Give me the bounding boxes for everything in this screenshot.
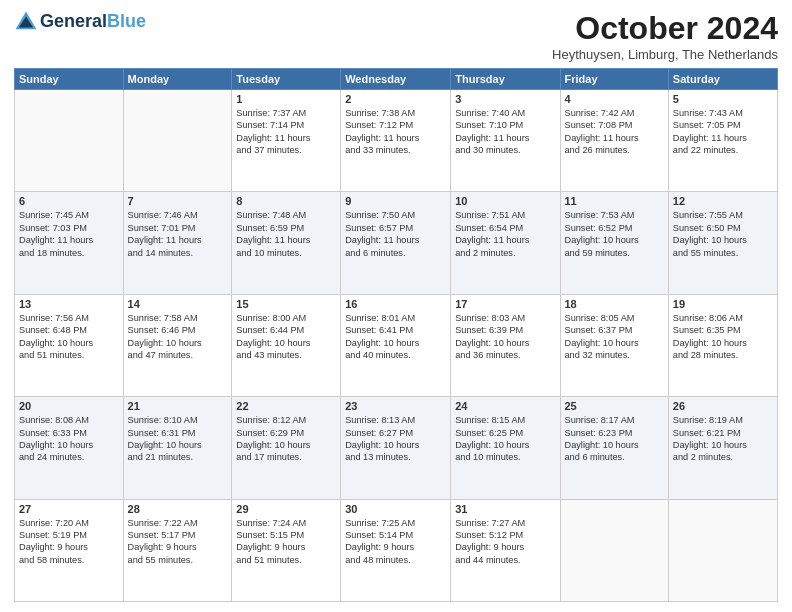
day-number: 15 <box>236 298 336 310</box>
day-number: 4 <box>565 93 664 105</box>
calendar-week-row: 27Sunrise: 7:20 AM Sunset: 5:19 PM Dayli… <box>15 499 778 601</box>
calendar-header-row: SundayMondayTuesdayWednesdayThursdayFrid… <box>15 69 778 90</box>
header: GeneralBlue October 2024 Heythuysen, Lim… <box>14 10 778 62</box>
calendar-week-row: 20Sunrise: 8:08 AM Sunset: 6:33 PM Dayli… <box>15 397 778 499</box>
weekday-header-wednesday: Wednesday <box>341 69 451 90</box>
weekday-header-saturday: Saturday <box>668 69 777 90</box>
day-number: 23 <box>345 400 446 412</box>
calendar-cell: 6Sunrise: 7:45 AM Sunset: 7:03 PM Daylig… <box>15 192 124 294</box>
calendar-cell: 27Sunrise: 7:20 AM Sunset: 5:19 PM Dayli… <box>15 499 124 601</box>
calendar-cell: 8Sunrise: 7:48 AM Sunset: 6:59 PM Daylig… <box>232 192 341 294</box>
location: Heythuysen, Limburg, The Netherlands <box>552 47 778 62</box>
day-info: Sunrise: 7:58 AM Sunset: 6:46 PM Dayligh… <box>128 312 228 362</box>
day-info: Sunrise: 7:22 AM Sunset: 5:17 PM Dayligh… <box>128 517 228 567</box>
calendar-cell: 21Sunrise: 8:10 AM Sunset: 6:31 PM Dayli… <box>123 397 232 499</box>
day-info: Sunrise: 7:53 AM Sunset: 6:52 PM Dayligh… <box>565 209 664 259</box>
day-info: Sunrise: 8:19 AM Sunset: 6:21 PM Dayligh… <box>673 414 773 464</box>
weekday-header-friday: Friday <box>560 69 668 90</box>
calendar-cell <box>123 90 232 192</box>
day-info: Sunrise: 7:51 AM Sunset: 6:54 PM Dayligh… <box>455 209 555 259</box>
logo-icon <box>14 10 38 34</box>
day-number: 29 <box>236 503 336 515</box>
weekday-header-monday: Monday <box>123 69 232 90</box>
calendar-cell: 5Sunrise: 7:43 AM Sunset: 7:05 PM Daylig… <box>668 90 777 192</box>
calendar-cell: 24Sunrise: 8:15 AM Sunset: 6:25 PM Dayli… <box>451 397 560 499</box>
day-number: 2 <box>345 93 446 105</box>
day-number: 9 <box>345 195 446 207</box>
day-info: Sunrise: 8:06 AM Sunset: 6:35 PM Dayligh… <box>673 312 773 362</box>
calendar-cell: 28Sunrise: 7:22 AM Sunset: 5:17 PM Dayli… <box>123 499 232 601</box>
day-info: Sunrise: 7:43 AM Sunset: 7:05 PM Dayligh… <box>673 107 773 157</box>
day-info: Sunrise: 7:50 AM Sunset: 6:57 PM Dayligh… <box>345 209 446 259</box>
calendar-cell <box>560 499 668 601</box>
day-number: 14 <box>128 298 228 310</box>
calendar-cell: 11Sunrise: 7:53 AM Sunset: 6:52 PM Dayli… <box>560 192 668 294</box>
calendar-week-row: 1Sunrise: 7:37 AM Sunset: 7:14 PM Daylig… <box>15 90 778 192</box>
day-number: 8 <box>236 195 336 207</box>
weekday-header-tuesday: Tuesday <box>232 69 341 90</box>
day-info: Sunrise: 7:46 AM Sunset: 7:01 PM Dayligh… <box>128 209 228 259</box>
calendar-cell: 12Sunrise: 7:55 AM Sunset: 6:50 PM Dayli… <box>668 192 777 294</box>
day-number: 5 <box>673 93 773 105</box>
day-info: Sunrise: 7:48 AM Sunset: 6:59 PM Dayligh… <box>236 209 336 259</box>
day-number: 3 <box>455 93 555 105</box>
day-info: Sunrise: 7:45 AM Sunset: 7:03 PM Dayligh… <box>19 209 119 259</box>
day-info: Sunrise: 8:17 AM Sunset: 6:23 PM Dayligh… <box>565 414 664 464</box>
day-number: 12 <box>673 195 773 207</box>
calendar-cell: 13Sunrise: 7:56 AM Sunset: 6:48 PM Dayli… <box>15 294 124 396</box>
day-info: Sunrise: 8:00 AM Sunset: 6:44 PM Dayligh… <box>236 312 336 362</box>
day-number: 24 <box>455 400 555 412</box>
calendar-table: SundayMondayTuesdayWednesdayThursdayFrid… <box>14 68 778 602</box>
day-info: Sunrise: 7:27 AM Sunset: 5:12 PM Dayligh… <box>455 517 555 567</box>
calendar-week-row: 6Sunrise: 7:45 AM Sunset: 7:03 PM Daylig… <box>15 192 778 294</box>
calendar-cell: 16Sunrise: 8:01 AM Sunset: 6:41 PM Dayli… <box>341 294 451 396</box>
weekday-header-sunday: Sunday <box>15 69 124 90</box>
day-number: 20 <box>19 400 119 412</box>
calendar-cell: 2Sunrise: 7:38 AM Sunset: 7:12 PM Daylig… <box>341 90 451 192</box>
calendar-cell: 18Sunrise: 8:05 AM Sunset: 6:37 PM Dayli… <box>560 294 668 396</box>
calendar-cell: 31Sunrise: 7:27 AM Sunset: 5:12 PM Dayli… <box>451 499 560 601</box>
calendar-cell: 4Sunrise: 7:42 AM Sunset: 7:08 PM Daylig… <box>560 90 668 192</box>
calendar-cell: 14Sunrise: 7:58 AM Sunset: 6:46 PM Dayli… <box>123 294 232 396</box>
calendar-cell: 19Sunrise: 8:06 AM Sunset: 6:35 PM Dayli… <box>668 294 777 396</box>
calendar-cell: 17Sunrise: 8:03 AM Sunset: 6:39 PM Dayli… <box>451 294 560 396</box>
logo: GeneralBlue <box>14 10 146 34</box>
calendar-cell: 22Sunrise: 8:12 AM Sunset: 6:29 PM Dayli… <box>232 397 341 499</box>
calendar-cell: 20Sunrise: 8:08 AM Sunset: 6:33 PM Dayli… <box>15 397 124 499</box>
day-number: 26 <box>673 400 773 412</box>
day-info: Sunrise: 8:01 AM Sunset: 6:41 PM Dayligh… <box>345 312 446 362</box>
day-number: 11 <box>565 195 664 207</box>
day-number: 6 <box>19 195 119 207</box>
day-number: 21 <box>128 400 228 412</box>
calendar-cell: 9Sunrise: 7:50 AM Sunset: 6:57 PM Daylig… <box>341 192 451 294</box>
day-number: 7 <box>128 195 228 207</box>
day-number: 17 <box>455 298 555 310</box>
calendar-cell: 29Sunrise: 7:24 AM Sunset: 5:15 PM Dayli… <box>232 499 341 601</box>
day-number: 19 <box>673 298 773 310</box>
day-info: Sunrise: 7:20 AM Sunset: 5:19 PM Dayligh… <box>19 517 119 567</box>
day-info: Sunrise: 8:13 AM Sunset: 6:27 PM Dayligh… <box>345 414 446 464</box>
calendar-cell: 23Sunrise: 8:13 AM Sunset: 6:27 PM Dayli… <box>341 397 451 499</box>
calendar-cell: 7Sunrise: 7:46 AM Sunset: 7:01 PM Daylig… <box>123 192 232 294</box>
day-info: Sunrise: 8:10 AM Sunset: 6:31 PM Dayligh… <box>128 414 228 464</box>
day-number: 13 <box>19 298 119 310</box>
day-info: Sunrise: 7:56 AM Sunset: 6:48 PM Dayligh… <box>19 312 119 362</box>
day-number: 10 <box>455 195 555 207</box>
calendar-cell: 26Sunrise: 8:19 AM Sunset: 6:21 PM Dayli… <box>668 397 777 499</box>
day-info: Sunrise: 7:40 AM Sunset: 7:10 PM Dayligh… <box>455 107 555 157</box>
day-number: 16 <box>345 298 446 310</box>
calendar-cell <box>668 499 777 601</box>
calendar-cell: 3Sunrise: 7:40 AM Sunset: 7:10 PM Daylig… <box>451 90 560 192</box>
logo-text: GeneralBlue <box>40 12 146 32</box>
month-title: October 2024 <box>552 10 778 47</box>
day-info: Sunrise: 8:08 AM Sunset: 6:33 PM Dayligh… <box>19 414 119 464</box>
day-info: Sunrise: 7:25 AM Sunset: 5:14 PM Dayligh… <box>345 517 446 567</box>
day-info: Sunrise: 8:05 AM Sunset: 6:37 PM Dayligh… <box>565 312 664 362</box>
calendar-cell <box>15 90 124 192</box>
page: GeneralBlue October 2024 Heythuysen, Lim… <box>0 0 792 612</box>
calendar-cell: 10Sunrise: 7:51 AM Sunset: 6:54 PM Dayli… <box>451 192 560 294</box>
calendar-cell: 30Sunrise: 7:25 AM Sunset: 5:14 PM Dayli… <box>341 499 451 601</box>
day-number: 18 <box>565 298 664 310</box>
title-block: October 2024 Heythuysen, Limburg, The Ne… <box>552 10 778 62</box>
day-info: Sunrise: 8:15 AM Sunset: 6:25 PM Dayligh… <box>455 414 555 464</box>
